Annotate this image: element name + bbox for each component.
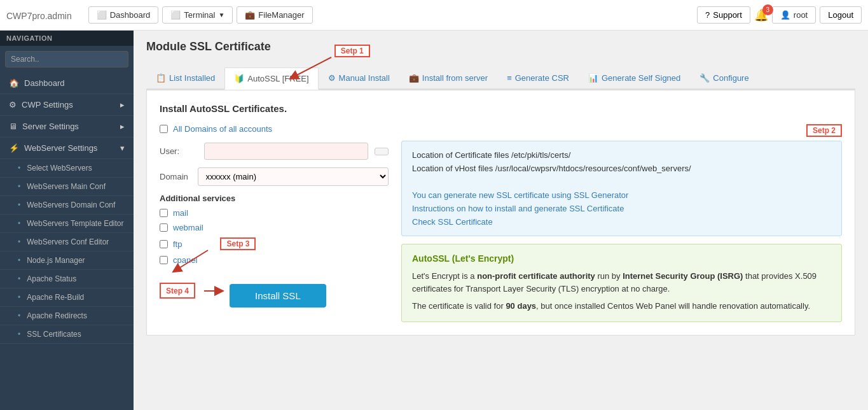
sidebar-sub-label: Apache Status — [27, 274, 76, 283]
sidebar-sub-label: Select WebServers — [27, 164, 92, 173]
sidebar-item-label: Dashboard — [24, 78, 65, 88]
user-input[interactable] — [204, 143, 368, 160]
sidebar-sub-apache-rebuild[interactable]: Apache Re-Build — [0, 288, 134, 307]
form-left: All Domains of all accounts User: Domain… — [160, 124, 389, 322]
tab-label: Generate CSR — [515, 73, 569, 83]
sidebar-sub-webservers-main-conf[interactable]: WebServers Main Conf — [0, 178, 134, 196]
gear-icon: ⚙ — [9, 100, 17, 110]
terminal-icon: ⬜ — [170, 10, 181, 20]
sidebar-sub-label: WebServers Main Conf — [27, 182, 106, 191]
sidebar-nav-label: Navigation — [0, 31, 134, 46]
tab-label: Manual Install — [339, 73, 390, 83]
autossl-p2-bold: 90 days — [506, 301, 536, 311]
autossl-p1-mid: run by — [595, 271, 623, 281]
sidebar-item-cwp-settings[interactable]: ⚙ CWP Settings ▸ — [0, 94, 134, 116]
sidebar-sub-label: Node.js Manager — [27, 256, 85, 265]
info-line5-link[interactable]: Check SSL Certificate — [412, 217, 493, 227]
sidebar-item-label: Server Settings — [22, 122, 79, 131]
info-line4-link[interactable]: Instructions on how to install and gener… — [412, 204, 624, 213]
step3-arrow — [173, 248, 211, 273]
autossl-icon: 🔰 — [234, 74, 244, 83]
svg-line-1 — [176, 250, 208, 270]
tab-generate-csr[interactable]: ≡ Generate CSR — [497, 67, 579, 88]
sidebar-sub-nodejs-manager[interactable]: Node.js Manager — [0, 251, 134, 270]
server-install-icon: 💼 — [409, 73, 419, 83]
sidebar-sub-label: Apache Re-Build — [27, 293, 84, 302]
filemanager-nav-button[interactable]: 💼 FileManager — [237, 6, 312, 24]
main-content: Module SSL Certificate Setp 1 📋 List Ins… — [134, 31, 868, 410]
info-line3-link[interactable]: You can generate new SSL certificate usi… — [412, 190, 628, 200]
user-label: root — [794, 10, 808, 20]
user-field-row: User: — [160, 143, 389, 160]
tab-generate-self-signed[interactable]: 📊 Generate Self Signed — [579, 67, 690, 88]
tab-label: Generate Self Signed — [602, 73, 680, 83]
autossl-p2-suffix: , but once installed Centos Web Panel wi… — [536, 301, 810, 311]
autossl-box: AutoSSL (Let's Encrypt) Let's Encrypt is… — [401, 244, 842, 322]
all-domains-label[interactable]: All Domains of all accounts — [173, 124, 272, 134]
install-ssl-button[interactable]: Install SSL — [230, 284, 326, 308]
notifications-bell[interactable]: 🔔 3 — [754, 8, 768, 22]
info-line2: Location of vHost files /usr/local/cwpsr… — [412, 164, 831, 173]
service-mail-checkbox[interactable] — [160, 209, 168, 217]
server-icon: 🖥 — [9, 122, 17, 131]
all-domains-row: All Domains of all accounts — [160, 124, 389, 134]
tab-label: List Installed — [169, 73, 215, 83]
search-input[interactable] — [5, 51, 128, 67]
install-ssl-label: Install SSL — [255, 290, 301, 301]
autossl-para2: The certificate is valid for 90 days, bu… — [412, 300, 831, 313]
content-box: Install AutoSSL Certificates. All Domain… — [146, 90, 855, 336]
sidebar-sub-label: SSL Certificates — [27, 330, 81, 339]
sidebar-sub-webservers-domain-conf[interactable]: WebServers Domain Conf — [0, 196, 134, 215]
step4-badge: Step 4 — [166, 286, 189, 295]
tab-list-installed[interactable]: 📋 List Installed — [146, 67, 224, 88]
brand-name: CWP7pro — [6, 11, 45, 21]
logout-button[interactable]: Logout — [820, 6, 862, 24]
search-wrap — [0, 46, 134, 73]
sidebar-sub-apache-redirects[interactable]: Apache Redirects — [0, 307, 134, 325]
sidebar-sub-select-webservers[interactable]: Select WebServers — [0, 159, 134, 178]
module-header: Module SSL Certificate Setp 1 — [146, 40, 855, 61]
sidebar-item-dashboard[interactable]: 🏠 Dashboard — [0, 73, 134, 94]
item-left: ⚡ WebServer Settings — [9, 143, 97, 153]
item-left: 🖥 Server Settings — [9, 122, 79, 131]
sidebar-item-webserver-settings[interactable]: ⚡ WebServer Settings ▾ — [0, 138, 134, 159]
step4-badge-wrap: Step 4 — [160, 283, 195, 299]
main-layout: Navigation 🏠 Dashboard ⚙ CWP Settings ▸ … — [0, 31, 868, 410]
autossl-p1-bold: non-profit certificate authority — [477, 271, 595, 281]
autossl-p1-prefix: Let's Encrypt is a — [412, 271, 477, 281]
step4-arrow — [203, 285, 222, 297]
support-button[interactable]: ? Support — [697, 6, 750, 24]
service-webmail-checkbox[interactable] — [160, 223, 168, 232]
sidebar-sub-ssl-certificates[interactable]: SSL Certificates — [0, 325, 134, 344]
chevron-right-icon: ▸ — [120, 100, 125, 110]
sidebar-sub-webservers-template-editor[interactable]: WebServers Template Editor — [0, 215, 134, 233]
question-icon: ? — [705, 10, 710, 20]
domain-field-label: Domain — [160, 172, 191, 181]
sidebar: Navigation 🏠 Dashboard ⚙ CWP Settings ▸ … — [0, 31, 134, 410]
domain-select[interactable]: xxxxxx (main) — [198, 167, 389, 186]
tab-configure[interactable]: 🔧 Configure — [690, 67, 758, 88]
csr-icon: ≡ — [507, 73, 512, 83]
notification-badge: 3 — [762, 4, 773, 15]
brand-suffix: .admin — [45, 11, 72, 21]
logout-label: Logout — [828, 10, 853, 20]
chevron-down-icon: ▾ — [120, 143, 125, 153]
sidebar-sub-label: Apache Redirects — [27, 311, 87, 320]
dashboard-nav-button[interactable]: ⬜ Dashboard — [88, 6, 159, 24]
user-field-label: User: — [160, 146, 198, 156]
terminal-nav-button[interactable]: ⬜ Terminal — [162, 6, 233, 24]
user-button[interactable]: 👤 root — [772, 6, 816, 24]
service-cpanel-checkbox[interactable] — [160, 256, 168, 264]
sidebar-item-server-settings[interactable]: 🖥 Server Settings ▸ — [0, 116, 134, 138]
tab-install-from-server[interactable]: 💼 Install from server — [399, 67, 497, 88]
support-label: Support — [713, 10, 742, 20]
user-icon: 👤 — [780, 10, 790, 20]
all-domains-checkbox[interactable] — [160, 125, 168, 133]
user-lookup-button[interactable] — [375, 148, 389, 155]
sidebar-sub-apache-status[interactable]: Apache Status — [0, 270, 134, 288]
chevron-right-icon: ▸ — [120, 122, 125, 131]
service-ftp-checkbox[interactable] — [160, 240, 168, 248]
ftp-step3-row: ftp Setp 3 — [160, 237, 389, 250]
dashboard-label: Dashboard — [110, 10, 151, 20]
sidebar-sub-webservers-conf-editor[interactable]: WebServers Conf Editor — [0, 233, 134, 251]
